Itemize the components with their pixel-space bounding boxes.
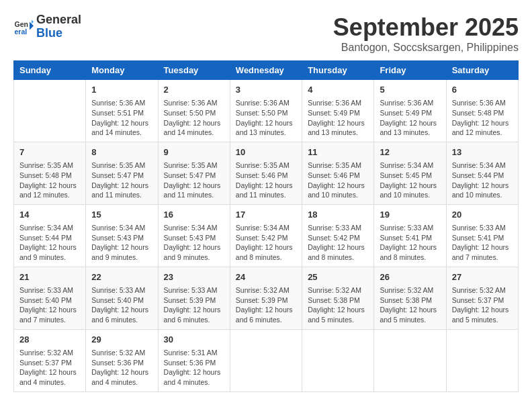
title-block: September 2025 Bantogon, Soccsksargen, P…: [333, 13, 519, 54]
calendar-cell: 15Sunrise: 5:34 AM Sunset: 5:43 PM Dayli…: [86, 204, 158, 267]
day-detail: Sunrise: 5:32 AM Sunset: 5:38 PM Dayligh…: [380, 285, 440, 325]
day-number: 21: [19, 271, 80, 283]
calendar-cell: 13Sunrise: 5:34 AM Sunset: 5:44 PM Dayli…: [446, 142, 518, 204]
calendar-cell: 16Sunrise: 5:34 AM Sunset: 5:43 PM Dayli…: [158, 204, 230, 267]
day-detail: Sunrise: 5:32 AM Sunset: 5:39 PM Dayligh…: [236, 285, 296, 325]
day-number: 5: [380, 84, 440, 96]
calendar-header-row: SundayMondayTuesdayWednesdayThursdayFrid…: [14, 61, 519, 80]
day-detail: Sunrise: 5:36 AM Sunset: 5:50 PM Dayligh…: [236, 98, 296, 138]
day-number: 22: [91, 271, 152, 283]
calendar-cell: 27Sunrise: 5:32 AM Sunset: 5:37 PM Dayli…: [446, 267, 518, 329]
header-cell-monday: Monday: [86, 61, 158, 80]
calendar-week-1: 1Sunrise: 5:36 AM Sunset: 5:51 PM Daylig…: [14, 80, 519, 142]
day-number: 27: [452, 271, 513, 283]
day-detail: Sunrise: 5:34 AM Sunset: 5:44 PM Dayligh…: [19, 223, 80, 263]
day-number: 7: [19, 146, 80, 158]
day-detail: Sunrise: 5:33 AM Sunset: 5:40 PM Dayligh…: [91, 285, 152, 325]
day-number: 19: [380, 209, 440, 221]
day-number: 2: [164, 84, 224, 96]
day-number: 10: [236, 146, 296, 158]
day-detail: Sunrise: 5:33 AM Sunset: 5:40 PM Dayligh…: [19, 285, 80, 325]
day-number: 25: [308, 271, 368, 283]
day-detail: Sunrise: 5:32 AM Sunset: 5:37 PM Dayligh…: [452, 285, 513, 325]
header-cell-thursday: Thursday: [302, 61, 374, 80]
day-number: 20: [452, 209, 513, 221]
calendar-cell: 5Sunrise: 5:36 AM Sunset: 5:49 PM Daylig…: [374, 80, 446, 142]
day-number: 13: [452, 146, 513, 158]
day-number: 6: [452, 84, 513, 96]
day-number: 24: [236, 271, 296, 283]
calendar-cell: 25Sunrise: 5:32 AM Sunset: 5:38 PM Dayli…: [302, 267, 374, 329]
calendar-cell: 29Sunrise: 5:32 AM Sunset: 5:36 PM Dayli…: [86, 329, 158, 392]
calendar-cell: [230, 329, 302, 392]
day-detail: Sunrise: 5:31 AM Sunset: 5:36 PM Dayligh…: [164, 348, 224, 387]
day-detail: Sunrise: 5:35 AM Sunset: 5:47 PM Dayligh…: [164, 161, 224, 200]
day-number: 30: [164, 334, 224, 346]
calendar-cell: 2Sunrise: 5:36 AM Sunset: 5:50 PM Daylig…: [158, 80, 230, 142]
day-number: 18: [308, 209, 368, 221]
calendar-week-3: 14Sunrise: 5:34 AM Sunset: 5:44 PM Dayli…: [14, 204, 519, 267]
calendar-cell: 21Sunrise: 5:33 AM Sunset: 5:40 PM Dayli…: [14, 267, 86, 329]
calendar-cell: [374, 329, 446, 392]
header-cell-sunday: Sunday: [14, 61, 86, 80]
day-detail: Sunrise: 5:33 AM Sunset: 5:41 PM Dayligh…: [452, 223, 513, 263]
day-detail: Sunrise: 5:34 AM Sunset: 5:42 PM Dayligh…: [236, 223, 296, 263]
day-number: 1: [91, 84, 152, 96]
calendar-cell: 26Sunrise: 5:32 AM Sunset: 5:38 PM Dayli…: [374, 267, 446, 329]
day-detail: Sunrise: 5:33 AM Sunset: 5:41 PM Dayligh…: [380, 223, 440, 263]
calendar-cell: 7Sunrise: 5:35 AM Sunset: 5:48 PM Daylig…: [14, 142, 86, 204]
logo-text-line2: Blue: [36, 27, 81, 40]
calendar-body: 1Sunrise: 5:36 AM Sunset: 5:51 PM Daylig…: [14, 80, 519, 392]
logo-icon: Gen eral: [13, 17, 34, 37]
day-detail: Sunrise: 5:33 AM Sunset: 5:39 PM Dayligh…: [164, 285, 224, 325]
day-detail: Sunrise: 5:36 AM Sunset: 5:49 PM Dayligh…: [308, 98, 368, 138]
calendar-cell: 28Sunrise: 5:32 AM Sunset: 5:37 PM Dayli…: [14, 329, 86, 392]
calendar-cell: 10Sunrise: 5:35 AM Sunset: 5:46 PM Dayli…: [230, 142, 302, 204]
day-number: 23: [164, 271, 224, 283]
calendar-week-4: 21Sunrise: 5:33 AM Sunset: 5:40 PM Dayli…: [14, 267, 519, 329]
day-number: 26: [380, 271, 440, 283]
day-detail: Sunrise: 5:36 AM Sunset: 5:51 PM Dayligh…: [91, 98, 152, 138]
day-detail: Sunrise: 5:34 AM Sunset: 5:43 PM Dayligh…: [91, 223, 152, 263]
day-detail: Sunrise: 5:35 AM Sunset: 5:46 PM Dayligh…: [236, 161, 296, 200]
day-detail: Sunrise: 5:35 AM Sunset: 5:47 PM Dayligh…: [91, 161, 152, 200]
calendar-cell: [446, 329, 518, 392]
calendar-table: SundayMondayTuesdayWednesdayThursdayFrid…: [13, 60, 519, 392]
day-detail: Sunrise: 5:36 AM Sunset: 5:48 PM Dayligh…: [452, 98, 513, 138]
header-cell-tuesday: Tuesday: [158, 61, 230, 80]
calendar-cell: 20Sunrise: 5:33 AM Sunset: 5:41 PM Dayli…: [446, 204, 518, 267]
svg-text:eral: eral: [15, 27, 28, 35]
calendar-cell: [14, 80, 86, 142]
day-number: 14: [19, 209, 80, 221]
page-header: Gen eral General Blue September 2025 Ban…: [13, 13, 519, 54]
day-detail: Sunrise: 5:32 AM Sunset: 5:37 PM Dayligh…: [19, 348, 80, 387]
day-detail: Sunrise: 5:36 AM Sunset: 5:50 PM Dayligh…: [164, 98, 224, 138]
calendar-cell: 14Sunrise: 5:34 AM Sunset: 5:44 PM Dayli…: [14, 204, 86, 267]
calendar-cell: 19Sunrise: 5:33 AM Sunset: 5:41 PM Dayli…: [374, 204, 446, 267]
day-number: 3: [236, 84, 296, 96]
day-detail: Sunrise: 5:33 AM Sunset: 5:42 PM Dayligh…: [308, 223, 368, 263]
calendar-cell: 23Sunrise: 5:33 AM Sunset: 5:39 PM Dayli…: [158, 267, 230, 329]
day-number: 29: [91, 334, 152, 346]
day-number: 4: [308, 84, 368, 96]
day-detail: Sunrise: 5:35 AM Sunset: 5:46 PM Dayligh…: [308, 161, 368, 200]
calendar-week-2: 7Sunrise: 5:35 AM Sunset: 5:48 PM Daylig…: [14, 142, 519, 204]
day-detail: Sunrise: 5:32 AM Sunset: 5:38 PM Dayligh…: [308, 285, 368, 325]
day-detail: Sunrise: 5:34 AM Sunset: 5:43 PM Dayligh…: [164, 223, 224, 263]
calendar-cell: 4Sunrise: 5:36 AM Sunset: 5:49 PM Daylig…: [302, 80, 374, 142]
day-number: 28: [19, 334, 80, 346]
day-number: 15: [91, 209, 152, 221]
logo-text-line1: General: [36, 13, 81, 27]
day-number: 9: [164, 146, 224, 158]
calendar-cell: 12Sunrise: 5:34 AM Sunset: 5:45 PM Dayli…: [374, 142, 446, 204]
day-detail: Sunrise: 5:32 AM Sunset: 5:36 PM Dayligh…: [91, 348, 152, 387]
header-cell-friday: Friday: [374, 61, 446, 80]
calendar-cell: 30Sunrise: 5:31 AM Sunset: 5:36 PM Dayli…: [158, 329, 230, 392]
calendar-cell: 8Sunrise: 5:35 AM Sunset: 5:47 PM Daylig…: [86, 142, 158, 204]
svg-marker-3: [32, 19, 34, 24]
day-number: 12: [380, 146, 440, 158]
calendar-cell: 18Sunrise: 5:33 AM Sunset: 5:42 PM Dayli…: [302, 204, 374, 267]
calendar-cell: 9Sunrise: 5:35 AM Sunset: 5:47 PM Daylig…: [158, 142, 230, 204]
day-number: 17: [236, 209, 296, 221]
calendar-cell: 24Sunrise: 5:32 AM Sunset: 5:39 PM Dayli…: [230, 267, 302, 329]
